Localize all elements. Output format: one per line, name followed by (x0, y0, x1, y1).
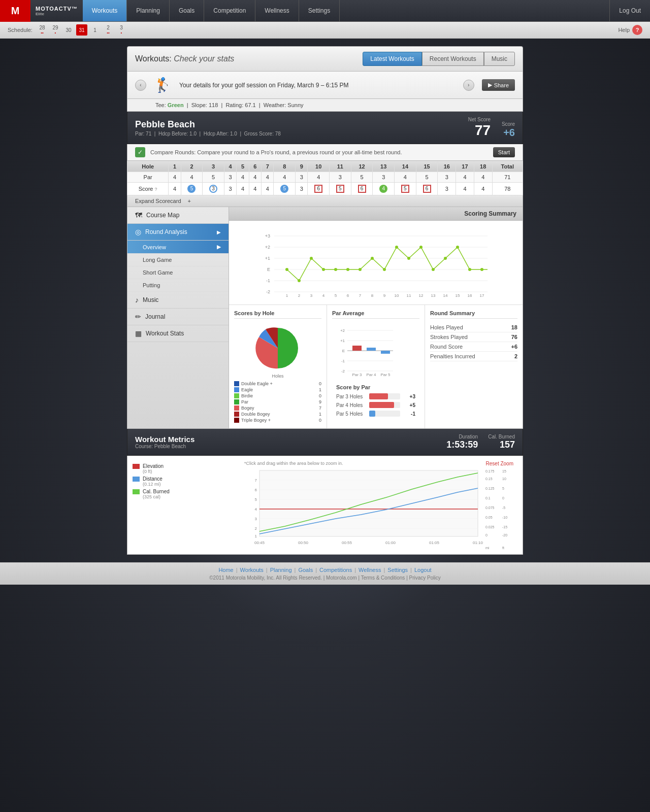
schedule-date-28[interactable]: 28•• (37, 24, 48, 36)
pie-chart-svg (252, 323, 303, 374)
legend-bogey: Bogey 7 (234, 405, 321, 411)
schedule-date-30[interactable]: 30 (63, 24, 74, 36)
par-color (234, 399, 239, 404)
nav-planning[interactable]: Planning (127, 0, 170, 21)
double-bogey-color (234, 412, 239, 417)
svg-text:8: 8 (371, 293, 374, 297)
sidebar-label-music: Music (143, 296, 158, 303)
start-button[interactable]: Start (493, 147, 515, 157)
sidebar-label-round-analysis: Round Analysis (145, 228, 187, 235)
svg-text:-5: -5 (502, 506, 505, 510)
schedule-date-1[interactable]: 1 (89, 24, 101, 36)
compare-text: Compare Rounds: Compare your round to a … (150, 149, 402, 155)
tab-latest-workouts[interactable]: Latest Workouts (363, 52, 421, 66)
sidebar-sub-short-game[interactable]: Short Game (127, 266, 229, 279)
round-analysis-arrow: ▶ (217, 229, 221, 235)
svg-text:2: 2 (298, 293, 301, 297)
footer-logout[interactable]: Logout (414, 567, 432, 573)
hole-header: Hole (127, 161, 169, 172)
sidebar-sub-menu: Overview ▶ Long Game Short Game Putting (127, 241, 229, 292)
schedule-date-29[interactable]: 29• (50, 24, 61, 36)
sidebar-sub-long-game[interactable]: Long Game (127, 254, 229, 266)
sidebar-item-round-analysis[interactable]: ◎ Round Analysis ▶ (127, 224, 229, 241)
double-eagle-label: Double Eagle + (241, 381, 319, 386)
footer-goals[interactable]: Goals (298, 567, 313, 573)
svg-text:01:10: 01:10 (473, 540, 483, 545)
footer-settings[interactable]: Settings (387, 567, 408, 573)
par-average-title: Par Average (332, 310, 419, 319)
metrics-legend: Elevation (0 ft) Distance (0.12 mi) (133, 461, 188, 549)
cal-metric: Cal. Burned 157 (488, 434, 515, 450)
main-panel: Scoring Summary +3 +2 (229, 207, 523, 428)
sidebar-item-workout-stats[interactable]: ▦ Workout Stats (127, 325, 229, 342)
cal-burned-legend: Cal. Burned (325 cal) (133, 489, 188, 499)
music-icon: ♪ (135, 296, 139, 304)
share-button[interactable]: ▶ Share (482, 79, 515, 91)
prev-session-arrow[interactable]: ‹ (135, 80, 146, 91)
par5-label: Par 5 Holes (336, 411, 367, 417)
svg-text:6: 6 (347, 293, 349, 297)
legend: Double Eagle + 0 Eagle 1 Birdie (234, 381, 321, 423)
nav-settings[interactable]: Settings (299, 0, 340, 21)
cal-value: 157 (488, 439, 515, 450)
tab-recent-workouts[interactable]: Recent Workouts (422, 52, 484, 66)
eagle-color (234, 387, 239, 392)
motorola-logo: M (11, 5, 20, 17)
svg-text:7: 7 (255, 478, 257, 483)
triple-bogey-val: 0 (319, 418, 321, 423)
expand-scorecard-button[interactable]: Expand Scorecard + (127, 195, 523, 207)
svg-text:0.15: 0.15 (485, 477, 493, 481)
nav-wellness[interactable]: Wellness (255, 0, 299, 21)
svg-text:+3: +3 (265, 233, 270, 239)
par3-label: Par 3 Holes (336, 394, 367, 399)
eagle-val: 1 (319, 387, 321, 392)
tab-music[interactable]: Music (484, 52, 515, 66)
schedule-date-2[interactable]: 2•• (103, 24, 114, 36)
svg-text:15: 15 (502, 469, 506, 473)
svg-text:0: 0 (485, 533, 488, 537)
distance-text: Distance (143, 476, 162, 482)
sidebar-item-music[interactable]: ♪ Music (127, 292, 229, 309)
nav-competition[interactable]: Competition (204, 0, 255, 21)
svg-text:E: E (267, 267, 270, 272)
par4-label: Par 4 Holes (336, 402, 367, 408)
footer-copyright: ©2011 Motorola Mobility, Inc. All Rights… (0, 575, 650, 581)
sidebar-sub-overview[interactable]: Overview ▶ (127, 241, 229, 254)
help-button[interactable]: Help ? (618, 25, 642, 35)
svg-point-27 (468, 268, 471, 271)
svg-text:0.125: 0.125 (485, 487, 495, 490)
svg-text:10: 10 (502, 477, 506, 481)
footer-planning[interactable]: Planning (270, 567, 292, 573)
elevation-sub: (0 ft) (143, 469, 164, 474)
footer-home[interactable]: Home (218, 567, 233, 573)
footer-competitions[interactable]: Competitions (319, 567, 352, 573)
sidebar-item-journal[interactable]: ✏ Journal (127, 309, 229, 325)
legend-eagle: Eagle 1 (234, 387, 321, 393)
bogey-label: Bogey (241, 405, 319, 411)
next-session-arrow[interactable]: › (463, 80, 474, 91)
svg-text:mi: mi (485, 546, 490, 549)
overview-arrow: ▶ (217, 244, 221, 250)
footer: Home | Workouts | Planning | Goals | Com… (0, 562, 650, 585)
net-score-label: Net Score (468, 117, 491, 122)
footer-wellness[interactable]: Wellness (359, 567, 381, 573)
round-summary-title: Round Summary (430, 310, 517, 319)
svg-text:5: 5 (255, 497, 257, 502)
sidebar-item-course-map[interactable]: 🗺 Course Map (127, 207, 229, 224)
nav-goals[interactable]: Goals (170, 0, 204, 21)
legend-birdie: Birdie 0 (234, 393, 321, 399)
svg-point-22 (407, 257, 410, 260)
footer-workouts[interactable]: Workouts (240, 567, 264, 573)
nav-workouts[interactable]: Workouts (83, 0, 127, 21)
penalties-val: 2 (514, 353, 517, 359)
svg-text:4: 4 (255, 507, 257, 512)
map-icon: 🗺 (135, 211, 142, 219)
reset-zoom-button[interactable]: Reset Zoom (486, 461, 513, 466)
schedule-date-31[interactable]: 31 (76, 24, 87, 36)
svg-text:16: 16 (468, 293, 472, 297)
svg-text:Par 3: Par 3 (352, 373, 362, 377)
schedule-date-3[interactable]: 3• (116, 24, 127, 36)
brand-elite: Elite (36, 12, 78, 16)
nav-logout[interactable]: Log Out (609, 0, 650, 21)
sidebar-sub-putting[interactable]: Putting (127, 279, 229, 292)
